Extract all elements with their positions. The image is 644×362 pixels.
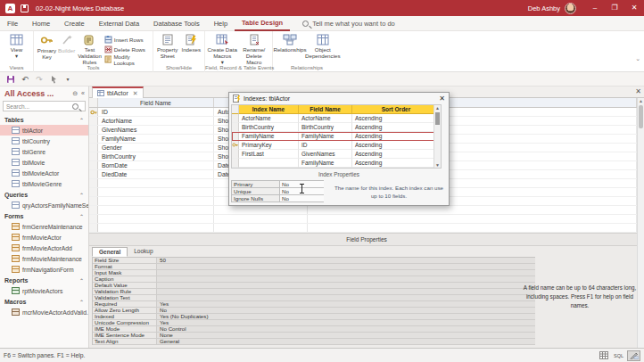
property-row[interactable]: Default Value: [93, 283, 535, 289]
qat-save-button[interactable]: [4, 75, 18, 84]
nav-menu-icon[interactable]: ⊖: [72, 90, 78, 97]
nav-item-report[interactable]: rptMovieActors: [0, 285, 88, 296]
property-row[interactable]: Validation Text: [93, 295, 535, 301]
nav-item-form[interactable]: frmMovieActorAdd: [0, 243, 88, 253]
test-validation-rules-button[interactable]: Test Validation Rules: [75, 32, 104, 65]
index-row[interactable]: ActorNameActorNameAscending: [232, 114, 441, 123]
tab-help[interactable]: Help: [207, 16, 235, 31]
column-header-field-name[interactable]: Field Name: [98, 98, 214, 107]
index-row[interactable]: PrimaryKeyIDAscending: [232, 141, 441, 150]
empty-field-row[interactable]: [89, 215, 637, 224]
nav-group-reports[interactable]: Reports⌃: [0, 275, 88, 285]
property-row[interactable]: Text AlignGeneral: [93, 339, 535, 345]
empty-field-row[interactable]: [89, 224, 637, 233]
tab-home[interactable]: Home: [25, 16, 57, 31]
index-property-row[interactable]: Ignore NullsNo: [232, 195, 324, 202]
nav-search-input[interactable]: Search...: [3, 101, 86, 111]
design-view-button[interactable]: [627, 350, 640, 361]
nav-item-tblmovieactor[interactable]: tblMovieActor: [0, 168, 88, 178]
property-row[interactable]: Field Size50: [93, 258, 535, 264]
scroll-down-icon[interactable]: ▼: [434, 162, 441, 168]
column-header-index-name[interactable]: Index Name: [239, 105, 299, 114]
close-button[interactable]: ✕: [624, 0, 644, 16]
tab-lookup[interactable]: Lookup: [128, 247, 159, 257]
create-data-macros-button[interactable]: Create Data Macros▾: [207, 32, 238, 65]
dialog-scrollbar[interactable]: ▲▼: [433, 105, 441, 168]
nav-item-query[interactable]: qryActorsFamilyNameSe...: [0, 200, 88, 210]
property-row[interactable]: Allow Zero LengthNo: [93, 308, 535, 314]
column-header-field-name[interactable]: Field Name: [299, 105, 352, 114]
primary-key-button[interactable]: Primary Key: [36, 32, 58, 60]
touch-mode-button[interactable]: [46, 75, 61, 84]
datasheet-view-button[interactable]: [597, 350, 610, 361]
collapse-ribbon-icon[interactable]: ⌄: [635, 55, 640, 62]
nav-item-form[interactable]: frmNavigationForm: [0, 264, 88, 275]
index-row[interactable]: FamilyNameAscending: [232, 159, 441, 168]
empty-field-row[interactable]: [89, 206, 637, 215]
index-row[interactable]: FirstLastGivenNamesAscending: [232, 150, 441, 159]
sql-view-button[interactable]: SQL: [612, 350, 625, 361]
nav-group-tables[interactable]: Tables⌃: [0, 114, 88, 125]
close-icon[interactable]: ✕: [439, 95, 445, 103]
nav-item-tblgenre[interactable]: tblGenre: [0, 146, 88, 157]
property-sheet-button[interactable]: Property Sheet: [155, 32, 179, 59]
index-property-row[interactable]: UniqueNo: [232, 188, 324, 195]
insert-rows-button[interactable]: Insert Rows: [104, 35, 151, 45]
tab-file[interactable]: File: [0, 16, 25, 31]
minimize-button[interactable]: –: [585, 0, 605, 16]
account-name[interactable]: Deb Ashby: [528, 4, 560, 12]
avatar[interactable]: [565, 3, 576, 14]
save-icon[interactable]: [21, 4, 29, 12]
undo-button[interactable]: ↶: [18, 75, 32, 84]
nav-item-form[interactable]: frmMovieActor: [0, 232, 88, 243]
nav-item-form[interactable]: frmGenreMaintenance: [0, 221, 88, 232]
tab-general[interactable]: General: [92, 247, 128, 257]
close-document-icon[interactable]: ✕: [635, 87, 641, 95]
property-row[interactable]: RequiredYes: [93, 301, 535, 308]
property-row[interactable]: Format: [93, 264, 535, 270]
property-row[interactable]: IME ModeNo Control: [93, 326, 535, 333]
nav-item-form[interactable]: frmMovieMaintenance: [0, 253, 88, 264]
property-row[interactable]: Unicode CompressionYes: [93, 320, 535, 326]
view-button[interactable]: View▾: [2, 32, 31, 59]
nav-group-forms[interactable]: Forms⌃: [0, 210, 88, 221]
relationships-button[interactable]: Relationships: [275, 32, 305, 53]
index-row-current[interactable]: FamilyNameFamilyNameAscending: [232, 132, 441, 141]
nav-item-tblactor[interactable]: tblActor: [0, 125, 88, 136]
property-row[interactable]: Input Mask: [93, 270, 535, 276]
vertical-scrollbar[interactable]: ▲: [637, 98, 644, 348]
nav-item-tblmoviegenre[interactable]: tblMovieGenre: [0, 178, 88, 189]
nav-group-queries[interactable]: Queries⌃: [0, 189, 88, 200]
tab-close-icon[interactable]: ✕: [133, 90, 138, 97]
object-dependencies-icon: [316, 34, 329, 45]
object-dependencies-button[interactable]: Object Dependencies: [305, 32, 341, 59]
design-view-icon: [630, 351, 639, 359]
nav-item-tblcountry[interactable]: tblCountry: [0, 136, 88, 146]
ribbon-group-relationships: Relationships Object Dependencies Relati…: [273, 31, 341, 72]
tab-table-design[interactable]: Table Design: [235, 16, 290, 31]
modify-lookups-button[interactable]: Modify Lookups: [104, 54, 151, 64]
property-row[interactable]: Validation Rule: [93, 289, 535, 295]
tab-database-tools[interactable]: Database Tools: [146, 16, 207, 31]
nav-shutter-icon[interactable]: «: [81, 90, 85, 97]
property-row[interactable]: Caption: [93, 276, 535, 283]
document-tab-tblactor[interactable]: tblActor ✕: [92, 86, 144, 98]
indexes-dialog-titlebar[interactable]: Indexes: tblActor ✕: [229, 93, 449, 104]
column-header-sort-order[interactable]: Sort Order: [352, 105, 441, 114]
index-row[interactable]: BirthCountryBirthCountryAscending: [232, 123, 441, 132]
tell-me-search[interactable]: Tell me what you want to do: [302, 20, 395, 28]
tab-create[interactable]: Create: [57, 16, 92, 31]
nav-item-macro[interactable]: mcrMovieActorAddValid...: [0, 307, 88, 317]
restore-button[interactable]: ❐: [605, 0, 624, 16]
indexes-button[interactable]: Indexes: [179, 32, 202, 53]
nav-item-tblmovie[interactable]: tblMovie: [0, 157, 88, 168]
scrollbar-thumb[interactable]: [639, 105, 643, 128]
property-row[interactable]: IME Sentence ModeNone: [93, 333, 535, 339]
nav-group-macros[interactable]: Macros⌃: [0, 296, 88, 307]
customize-qat-icon[interactable]: ▾: [61, 76, 75, 82]
property-row[interactable]: IndexedYes (No Duplicates): [93, 314, 535, 320]
rename-delete-macro-button[interactable]: Rename/ Delete Macro: [238, 32, 270, 65]
tab-external-data[interactable]: External Data: [92, 16, 146, 31]
index-property-row[interactable]: PrimaryNo: [232, 181, 324, 188]
scrollbar-thumb[interactable]: [435, 112, 440, 125]
